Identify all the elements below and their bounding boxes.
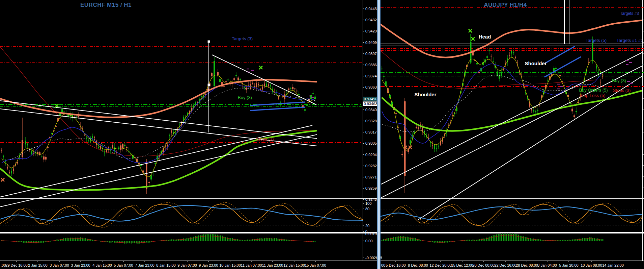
time-tick-label: 29 Dec 16:00 [5, 263, 27, 267]
price-tick-label: 0.94205 [365, 29, 379, 33]
price-tick-label: 0.93860 [365, 63, 379, 67]
targets-1-2-label: Targets #1 #2 [617, 38, 643, 43]
stops-3-label: Stops (3) [256, 137, 274, 142]
price-tick-label: 0.93400 [365, 108, 379, 112]
stop-loss-5-label: Stop Loss (5) [579, 93, 605, 98]
time-tick-label: 10 Jan 08:00 [581, 263, 602, 267]
left-histogram [1, 234, 316, 244]
macd-indicator-panes [1, 234, 604, 244]
left-annotation-labels: Targets (3)Buy (3)Stops (3) [232, 36, 274, 142]
price-tick-label: 0.94435 [365, 7, 379, 11]
targets-5-label: Targets (5) [586, 38, 607, 43]
time-tick-label: 8 Dec 08:00 [408, 263, 428, 267]
left-chart-plot[interactable]: Targets (3)Buy (3)Stops (3) [0, 36, 363, 207]
oscillator-scale-label: 80 [365, 207, 369, 211]
time-tick-label: 3 Jan 07:00 [50, 263, 69, 267]
time-tick-label: 3 Jan 23:00 [71, 263, 90, 267]
time-tick-label: 12 Dec 20:00 [429, 263, 451, 267]
secondary-price-box-value: 0.93496 [364, 97, 377, 101]
buy-orders-5-label: Buy Orders (5) [579, 88, 608, 93]
chart-window-divider[interactable] [377, 0, 381, 269]
time-tick-label: 5 Jan 07:00 [114, 263, 133, 267]
right-candles [381, 34, 603, 193]
time-tick-label: 15 Jan 07:00 [305, 263, 326, 267]
time-tick-label: 5 Dec 16:00 [386, 263, 405, 267]
mt4-dual-chart-terminal: Targets (3)Buy (3)Stops (3)Targets #3Tar… [0, 0, 644, 269]
time-tick-label: 3 Jan 04:00 [537, 263, 557, 267]
right-histogram [382, 234, 604, 243]
stochastic-indicator-panes [0, 202, 642, 227]
left-oscillator-lines [0, 202, 363, 227]
time-tick-label: 20 Dec 00:00 [472, 263, 494, 267]
price-tick-label: 0.92595 [365, 186, 379, 190]
price-tick-label: 0.93745 [365, 74, 379, 78]
right-cropped-price-axis[interactable] [642, 0, 644, 261]
right-chart-title: AUDJPY H1/H4 [484, 2, 527, 8]
targets-3-label: Targets (3) [232, 36, 253, 41]
right-slow-ma-lines [381, 51, 597, 89]
time-tick-label: 12 Jan 15:00 [283, 263, 305, 267]
right-oscillator-lines [381, 203, 642, 226]
right-pending-order-dashes[interactable] [557, 60, 633, 89]
time-tick-label: 4 Jan 15:00 [92, 263, 112, 267]
price-tick-label: 0.94090 [365, 41, 379, 45]
green-x-marker-icon[interactable] [471, 37, 475, 41]
time-tick-label: 9 Jan 07:00 [177, 263, 197, 267]
time-tick-label: 15 Dec 12:00 [451, 263, 473, 267]
left-candles [1, 57, 316, 194]
left-chart-title: EURCHF M15 / H1 [80, 2, 132, 8]
time-tick-label: 9 Jan 23:00 [199, 263, 218, 267]
time-tick-label: 5 Jan 20:00 [559, 263, 579, 267]
time-tick-label: 14 Jan 22:00 [602, 263, 624, 267]
time-tick-label: 11 Jan 07:00 [241, 263, 262, 267]
time-tick-label: 10 Jan 15:00 [219, 263, 241, 267]
price-tick-label: 0.93630 [365, 85, 379, 89]
oscillator-scale-label: 100 [365, 201, 371, 205]
time-tick-label: 2 Jan 15:00 [28, 263, 48, 267]
right-trendline-tools[interactable] [381, 0, 642, 220]
shoulder-right-label: Shoulder [525, 60, 547, 66]
left-trendline-tools[interactable] [0, 55, 317, 207]
stops-3-right-label: Stops (3) [613, 88, 631, 93]
buy-3-label: Buy (3) [238, 95, 252, 100]
time-tick-label: 8 Jan 15:00 [156, 263, 176, 267]
orange-x-marker-icon[interactable] [1, 178, 4, 181]
time-tick-label: 11 Jan 23:00 [262, 263, 283, 267]
right-chart-plot[interactable]: Targets #3Targets (5)Targets #1 #2HeadSh… [381, 0, 643, 220]
time-tick-label: 28 Dec 08:00 [516, 263, 538, 267]
price-tick-label: 0.93285 [365, 119, 379, 123]
buy-3-right-label: Buy (3) [612, 78, 626, 83]
price-tick-label: 0.93170 [365, 130, 379, 134]
macd-scale-label: 0.00 [365, 239, 372, 243]
price-tick-label: 0.92940 [365, 153, 379, 157]
left-x-markers[interactable] [1, 66, 262, 181]
price-tick-label: 0.92825 [365, 164, 379, 168]
price-tick-label: 0.92710 [365, 175, 379, 179]
shoulder-left-label: Shoulder [414, 92, 436, 97]
green-x-marker-icon[interactable] [469, 29, 472, 32]
price-tick-label: 0.94320 [365, 18, 379, 22]
time-tick-label: 7 Jan 23:00 [135, 263, 155, 267]
green-x-marker-icon[interactable] [259, 66, 262, 69]
time-tick-label: 22 Dec 16:00 [494, 263, 516, 267]
targets-hash-3-label: Targets #3 [620, 11, 639, 16]
price-tick-label: 0.93975 [365, 52, 379, 56]
charts-canvas[interactable]: Targets (3)Buy (3)Stops (3)Targets #3Tar… [0, 0, 644, 269]
oscillator-scale-label: 20 [365, 224, 369, 228]
right-level-lines [381, 8, 642, 87]
time-tick-label-partial: 00 [381, 263, 385, 267]
head-label: Head [479, 34, 491, 40]
price-tick-label: 0.92480 [365, 197, 379, 201]
time-tick-label-partial: :00 [1, 263, 6, 267]
time-axis[interactable]: :0029 Dec 16:002 Jan 15:003 Jan 07:003 J… [0, 261, 644, 267]
bid-price-box-value: 0.93463 [364, 102, 377, 106]
pane-separators[interactable] [0, 199, 644, 234]
price-tick-label: 0.93055 [365, 141, 379, 145]
